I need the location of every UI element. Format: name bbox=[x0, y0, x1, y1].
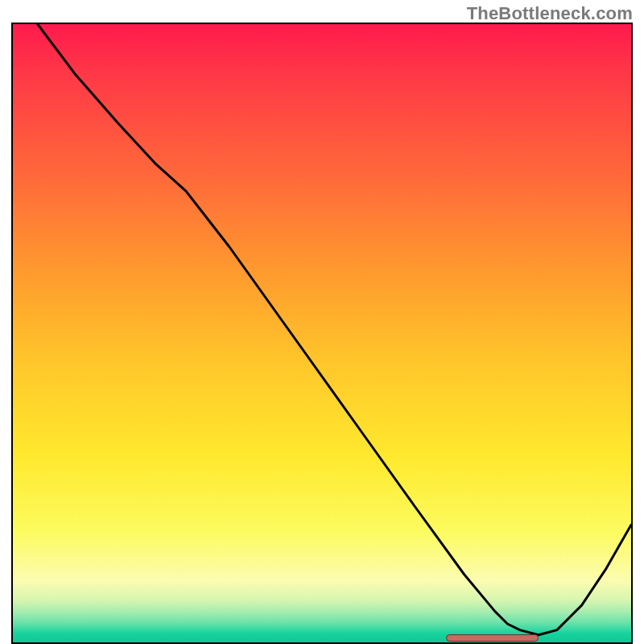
watermark-text: TheBottleneck.com bbox=[467, 3, 633, 24]
optimum-marker bbox=[446, 634, 539, 642]
chart-line bbox=[13, 24, 631, 642]
chart-frame bbox=[11, 23, 633, 644]
